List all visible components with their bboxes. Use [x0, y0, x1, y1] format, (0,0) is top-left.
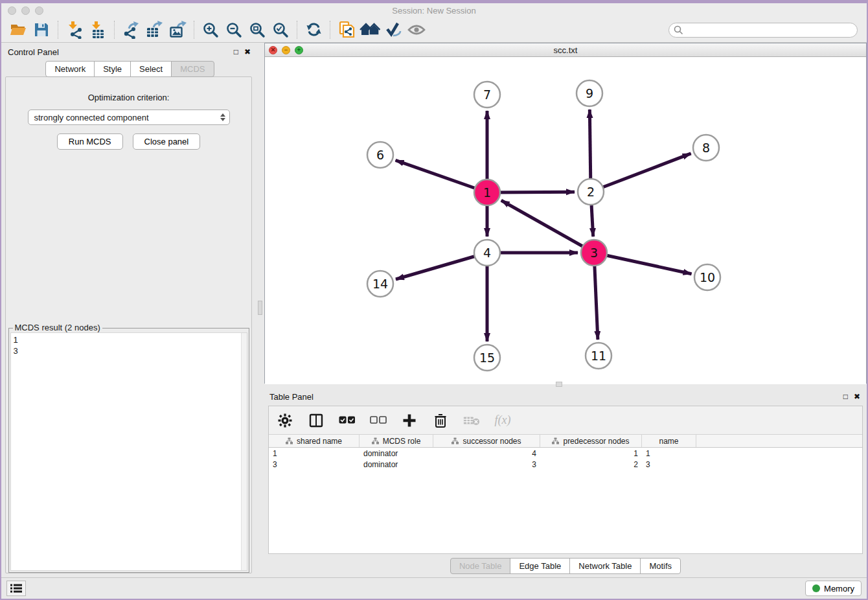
- zoom-selected-icon: [272, 21, 290, 39]
- column-header-name[interactable]: name: [642, 435, 696, 447]
- export-image-button[interactable]: [166, 19, 189, 40]
- close-table-panel-icon[interactable]: ✖: [854, 393, 860, 400]
- float-table-panel-icon[interactable]: □: [843, 393, 848, 400]
- function-builder-button[interactable]: f(x): [494, 412, 511, 429]
- graph-edge-4-14[interactable]: [396, 253, 487, 279]
- graph-node-4[interactable]: 4: [474, 240, 500, 266]
- network-canvas[interactable]: 7968124314101511: [265, 57, 866, 384]
- delete-table-button[interactable]: [463, 412, 480, 429]
- graph-node-14[interactable]: 14: [367, 271, 393, 297]
- zoom-out-icon: [225, 21, 243, 39]
- table-panel-title: Table Panel: [269, 392, 314, 402]
- export-image-icon: [168, 21, 187, 39]
- main-toolbar: [1, 17, 867, 43]
- vertical-splitter-handle[interactable]: [258, 301, 262, 315]
- tab-edge-table[interactable]: Edge Table: [510, 558, 570, 574]
- vertical-splitter[interactable]: [256, 43, 264, 577]
- tab-network[interactable]: Network: [45, 61, 95, 77]
- tab-network-table[interactable]: Network Table: [569, 558, 641, 574]
- zoom-in-button[interactable]: [199, 19, 222, 40]
- criterion-dropdown[interactable]: strongly connected component: [28, 110, 230, 125]
- horizontal-splitter-handle[interactable]: [556, 382, 562, 387]
- control-panel: Control Panel □ ✖ NetworkStyleSelectMCDS…: [1, 43, 256, 577]
- table-settings-button[interactable]: [277, 412, 293, 429]
- tab-node-table[interactable]: Node Table: [450, 558, 511, 574]
- cell-name[interactable]: 1: [642, 449, 696, 458]
- tree-icon: [451, 437, 459, 444]
- cell-predecessor-nodes[interactable]: 2: [540, 460, 642, 469]
- column-header-shared-name[interactable]: shared name: [269, 435, 360, 447]
- tab-motifs[interactable]: Motifs: [640, 558, 681, 574]
- status-bar: Memory: [1, 577, 867, 599]
- deselect-all-columns-button[interactable]: [370, 412, 387, 429]
- graph-edge-3-1[interactable]: [501, 200, 594, 253]
- graph-edge-3-10[interactable]: [594, 253, 692, 274]
- table-row[interactable]: 3dominator323: [269, 459, 862, 470]
- select-all-columns-button[interactable]: [339, 412, 356, 429]
- import-table-icon: [89, 21, 107, 39]
- cell-successor-nodes[interactable]: 3: [433, 460, 540, 469]
- cell-predecessor-nodes[interactable]: 1: [540, 449, 642, 458]
- duplicate-network-button[interactable]: [335, 19, 358, 40]
- add-column-button[interactable]: [401, 412, 418, 429]
- plus-icon: [402, 413, 417, 428]
- import-network-button[interactable]: [63, 19, 86, 40]
- memory-status-icon: [812, 584, 820, 592]
- cell-successor-nodes[interactable]: 4: [433, 449, 540, 458]
- table-row[interactable]: 1dominator411: [269, 448, 862, 459]
- graph-node-8[interactable]: 8: [693, 135, 719, 161]
- tab-mcds[interactable]: MCDS: [171, 61, 214, 77]
- table-header-row: shared nameMCDS rolesuccessor nodesprede…: [269, 435, 862, 448]
- graph-node-9[interactable]: 9: [577, 80, 602, 106]
- first-neighbors-button[interactable]: [358, 19, 382, 40]
- memory-button[interactable]: Memory: [805, 581, 862, 596]
- graph-node-label: 1: [483, 185, 491, 200]
- float-panel-icon[interactable]: □: [234, 48, 238, 56]
- zoom-selected-button[interactable]: [269, 19, 292, 40]
- cell-mcds-role[interactable]: dominator: [360, 460, 433, 469]
- zoom-fit-button[interactable]: [246, 19, 269, 40]
- column-header-predecessor-nodes[interactable]: predecessor nodes: [540, 435, 642, 447]
- open-session-button[interactable]: [6, 19, 30, 40]
- search-input[interactable]: [668, 23, 858, 38]
- horizontal-splitter[interactable]: [264, 384, 867, 386]
- control-panel-title: Control Panel: [8, 47, 59, 57]
- trash-icon: [434, 413, 447, 428]
- graph-node-2[interactable]: 2: [578, 179, 604, 205]
- graph-node-15[interactable]: 15: [474, 345, 500, 371]
- tab-select[interactable]: Select: [130, 61, 172, 77]
- close-panel-icon[interactable]: ✖: [244, 48, 251, 56]
- table-panel: Table Panel □ ✖: [264, 386, 867, 577]
- graph-node-11[interactable]: 11: [586, 343, 611, 369]
- cell-mcds-role[interactable]: dominator: [360, 449, 433, 458]
- cell-shared-name[interactable]: 1: [269, 449, 360, 458]
- mcds-result-list: 13: [11, 333, 241, 570]
- refresh-button[interactable]: [302, 19, 325, 40]
- graph-edge-2-8[interactable]: [591, 154, 691, 192]
- task-history-button[interactable]: [6, 581, 26, 596]
- graph-node-7[interactable]: 7: [474, 82, 500, 108]
- import-table-button[interactable]: [86, 19, 109, 40]
- dropdown-arrows-icon: [220, 113, 225, 121]
- column-layout-button[interactable]: [308, 412, 325, 429]
- column-header-mcds-role[interactable]: MCDS role: [360, 435, 433, 447]
- save-session-button[interactable]: [30, 19, 53, 40]
- tab-style[interactable]: Style: [94, 61, 131, 77]
- zoom-out-button[interactable]: [222, 19, 246, 40]
- graphics-details-button[interactable]: [382, 19, 405, 40]
- graph-node-10[interactable]: 10: [694, 264, 720, 290]
- show-hide-button[interactable]: [405, 19, 428, 40]
- result-scrollbar[interactable]: [241, 333, 247, 570]
- delete-column-button[interactable]: [432, 412, 449, 429]
- export-network-button[interactable]: [119, 19, 143, 40]
- export-table-button[interactable]: [143, 19, 166, 40]
- column-header-successor-nodes[interactable]: successor nodes: [433, 435, 540, 447]
- close-panel-button[interactable]: Close panel: [133, 133, 201, 150]
- run-mcds-button[interactable]: Run MCDS: [57, 133, 123, 150]
- cell-shared-name[interactable]: 3: [269, 460, 360, 469]
- graph-node-1[interactable]: 1: [474, 179, 500, 205]
- graph-node-3[interactable]: 3: [581, 240, 607, 266]
- graph-edge-1-6[interactable]: [396, 160, 487, 192]
- graph-node-6[interactable]: 6: [367, 142, 393, 168]
- cell-name[interactable]: 3: [642, 460, 696, 469]
